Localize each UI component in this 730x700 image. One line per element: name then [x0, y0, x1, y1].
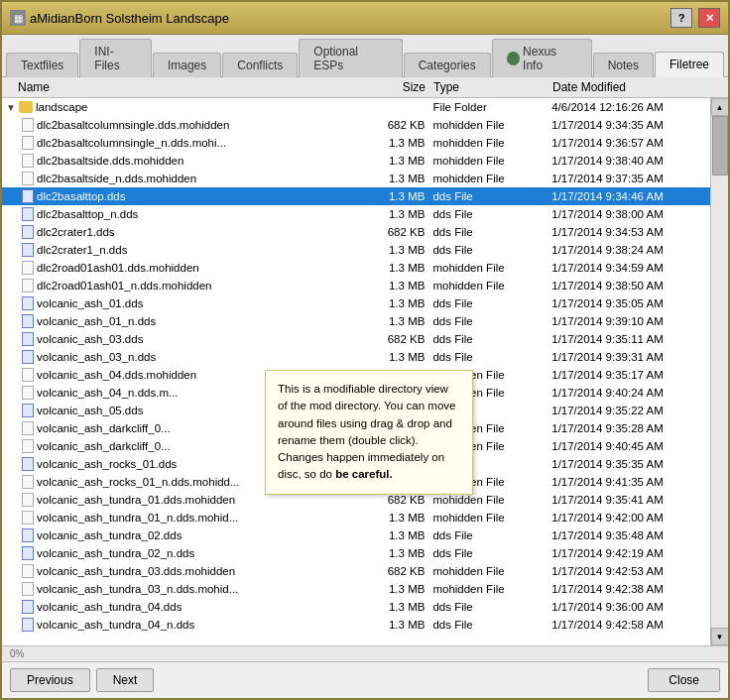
- table-row[interactable]: ▼ landscape File Folder 4/6/2014 12:16:2…: [2, 98, 710, 116]
- file-type: dds File: [432, 226, 551, 238]
- nexus-icon: [507, 52, 520, 65]
- table-row[interactable]: dlc2crater1_n.dds 1.3 MB dds File 1/17/2…: [2, 241, 710, 259]
- file-type: File Folder: [432, 101, 551, 113]
- tab-images[interactable]: Images: [153, 53, 221, 77]
- file-size: 1.3 MB: [354, 547, 433, 559]
- file-modified: 1/17/2014 9:42:19 AM: [551, 547, 710, 559]
- file-modified: 1/17/2014 9:35:35 AM: [551, 458, 710, 470]
- titlebar-buttons: ? ✕: [670, 8, 720, 28]
- file-modified: 1/17/2014 9:34:53 AM: [551, 226, 710, 238]
- window-title: aMidianBorn Solstheim Landscape: [30, 11, 229, 26]
- col-header-size[interactable]: Size: [354, 80, 433, 94]
- file-modified: 1/17/2014 9:42:00 AM: [551, 512, 710, 524]
- file-modified: 1/17/2014 9:42:58 AM: [551, 619, 710, 631]
- col-header-modified[interactable]: Date Modified: [552, 80, 711, 94]
- scrollbar[interactable]: ▲ ▼: [710, 98, 728, 645]
- table-row[interactable]: volcanic_ash_03.dds 682 KB dds File 1/17…: [2, 330, 710, 348]
- table-row[interactable]: volcanic_ash_tundra_03_n.dds.mohid... 1.…: [2, 580, 710, 598]
- file-type: dds File: [432, 190, 551, 202]
- file-name: volcanic_ash_tundra_03.dds.mohidden: [2, 564, 354, 578]
- dds-file-icon: [22, 350, 34, 364]
- next-button[interactable]: Next: [96, 668, 155, 692]
- table-row[interactable]: dlc2basalttop.dds 1.3 MB dds File 1/17/2…: [2, 187, 710, 205]
- tab-optional-esps[interactable]: Optional ESPs: [299, 39, 402, 77]
- table-row[interactable]: volcanic_ash_01.dds 1.3 MB dds File 1/17…: [2, 294, 710, 312]
- file-name-text: landscape: [36, 101, 87, 113]
- file-name-text: volcanic_ash_tundra_04.dds: [37, 601, 182, 613]
- table-row[interactable]: dlc2basalttop_n.dds 1.3 MB dds File 1/17…: [2, 205, 710, 223]
- file-modified: 1/17/2014 9:38:40 AM: [551, 155, 710, 167]
- file-size: 682 KB: [354, 226, 433, 238]
- table-row[interactable]: dlc2basaltcolumnsingle_n.dds.mohi... 1.3…: [2, 134, 710, 152]
- file-type: dds File: [432, 619, 551, 631]
- previous-button[interactable]: Previous: [10, 668, 90, 692]
- content-area: Name Size Type Date Modified ▼ landscape…: [2, 77, 728, 645]
- file-size: 1.3 MB: [354, 351, 433, 363]
- table-row[interactable]: dlc2basaltside.dds.mohidden 1.3 MB mohid…: [2, 152, 710, 170]
- scroll-track[interactable]: [711, 116, 729, 628]
- dds-file-icon: [22, 618, 34, 632]
- file-name: volcanic_ash_tundra_02_n.dds: [2, 546, 354, 560]
- dds-file-icon: [22, 296, 34, 310]
- file-name: dlc2road01ash01_n.dds.mohidden: [2, 279, 354, 292]
- status-text: 0%: [10, 648, 24, 659]
- file-type: mohidden File: [432, 137, 551, 149]
- col-header-type[interactable]: Type: [433, 80, 552, 94]
- table-row[interactable]: dlc2basaltside_n.dds.mohidden 1.3 MB moh…: [2, 170, 710, 187]
- file-modified: 1/17/2014 9:35:17 AM: [551, 369, 710, 381]
- table-row[interactable]: dlc2road01ash01.dds.mohidden 1.3 MB mohi…: [2, 259, 710, 277]
- file-name: ▼ landscape: [2, 101, 354, 113]
- table-row[interactable]: dlc2road01ash01_n.dds.mohidden 1.3 MB mo…: [2, 277, 710, 294]
- table-row[interactable]: volcanic_ash_tundra_02.dds 1.3 MB dds Fi…: [2, 526, 710, 544]
- file-modified: 1/17/2014 9:38:24 AM: [551, 244, 710, 256]
- main-window: ▦ aMidianBorn Solstheim Landscape ? ✕ Te…: [0, 0, 730, 700]
- dds-file-icon: [22, 189, 34, 203]
- table-row[interactable]: volcanic_ash_tundra_02_n.dds 1.3 MB dds …: [2, 544, 710, 562]
- scroll-thumb[interactable]: [712, 116, 728, 175]
- tab-ini-files[interactable]: INI-Files: [79, 39, 152, 77]
- table-row[interactable]: dlc2basaltcolumnsingle.dds.mohidden 682 …: [2, 116, 710, 134]
- file-modified: 1/17/2014 9:35:41 AM: [551, 494, 710, 506]
- tooltip-bold: be careful.: [335, 468, 393, 480]
- file-name-text: volcanic_ash_tundra_01.dds.mohidden: [37, 494, 235, 506]
- table-row[interactable]: volcanic_ash_tundra_03.dds.mohidden 682 …: [2, 562, 710, 580]
- file-name: dlc2basaltcolumnsingle.dds.mohidden: [2, 118, 354, 132]
- scroll-down-button[interactable]: ▼: [711, 628, 729, 645]
- table-row[interactable]: dlc2crater1.dds 682 KB dds File 1/17/201…: [2, 223, 710, 241]
- hidden-file-icon: [22, 386, 34, 400]
- table-row[interactable]: volcanic_ash_tundra_04_n.dds 1.3 MB dds …: [2, 616, 710, 634]
- file-type: dds File: [432, 601, 551, 613]
- dds-file-icon: [22, 404, 34, 417]
- tab-filetree[interactable]: Filetree: [655, 52, 724, 77]
- col-header-name[interactable]: Name: [2, 80, 354, 94]
- file-name: dlc2basaltside.dds.mohidden: [2, 154, 354, 168]
- dds-file-icon: [22, 314, 34, 328]
- tab-conflicts[interactable]: Conflicts: [222, 53, 298, 77]
- scroll-up-button[interactable]: ▲: [711, 98, 729, 116]
- dds-file-icon: [22, 207, 34, 221]
- table-row[interactable]: volcanic_ash_01_n.dds 1.3 MB dds File 1/…: [2, 312, 710, 330]
- hidden-file-icon: [22, 421, 34, 435]
- tab-textfiles[interactable]: Textfiles: [6, 53, 78, 77]
- file-name-text: volcanic_ash_tundra_04_n.dds: [37, 619, 194, 631]
- file-type: dds File: [432, 351, 551, 363]
- tab-categories[interactable]: Categories: [404, 53, 491, 77]
- tab-nexus-info[interactable]: Nexus Info: [492, 39, 592, 77]
- window-close-button[interactable]: ✕: [698, 8, 720, 28]
- table-row[interactable]: volcanic_ash_03_n.dds 1.3 MB dds File 1/…: [2, 348, 710, 366]
- tooltip-popup: This is a modifiable directory view of t…: [265, 370, 473, 495]
- tab-notes[interactable]: Notes: [593, 53, 654, 77]
- table-row[interactable]: volcanic_ash_tundra_04.dds 1.3 MB dds Fi…: [2, 598, 710, 616]
- file-modified: 1/17/2014 9:42:38 AM: [551, 583, 710, 595]
- hidden-file-icon: [22, 582, 34, 596]
- file-name: volcanic_ash_tundra_01.dds.mohidden: [2, 493, 354, 507]
- file-modified: 1/17/2014 9:36:57 AM: [551, 137, 710, 149]
- file-modified: 1/17/2014 9:38:00 AM: [551, 208, 710, 220]
- help-button[interactable]: ?: [670, 8, 692, 28]
- file-name: volcanic_ash_03.dds: [2, 332, 354, 346]
- file-size: 682 KB: [354, 565, 433, 577]
- file-name-text: volcanic_ash_tundra_01_n.dds.mohid...: [37, 512, 238, 524]
- table-row[interactable]: volcanic_ash_tundra_01_n.dds.mohid... 1.…: [2, 509, 710, 526]
- file-type: mohidden File: [432, 262, 551, 274]
- close-button[interactable]: Close: [648, 668, 720, 692]
